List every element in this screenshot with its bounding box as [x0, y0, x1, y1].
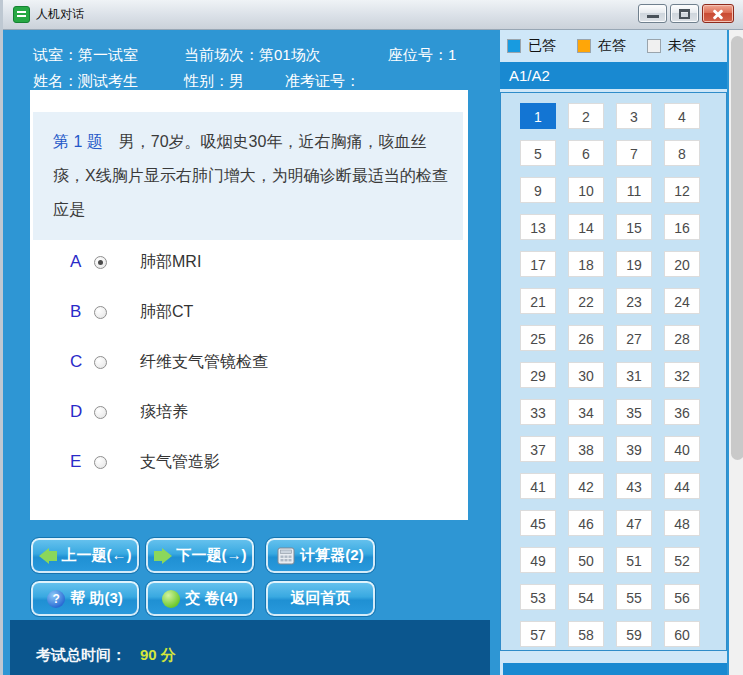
total-time-value: 90 分	[140, 646, 176, 665]
question-cell[interactable]: 56	[664, 584, 700, 610]
option-radio[interactable]	[94, 406, 107, 419]
question-cell[interactable]: 30	[568, 362, 604, 388]
option-row[interactable]: A肺部MRI	[30, 248, 468, 276]
next-question-button[interactable]: 下一题(→)	[145, 537, 255, 574]
footer-bar: 考试总时间： 90 分	[10, 620, 490, 675]
question-cell[interactable]: 8	[664, 140, 700, 166]
question-cell[interactable]: 6	[568, 140, 604, 166]
legend-label: 在答	[598, 37, 626, 55]
option-row[interactable]: C纤维支气管镜检查	[30, 348, 468, 376]
question-cell[interactable]: 12	[664, 177, 700, 203]
question-cell[interactable]: 41	[520, 473, 556, 499]
legend-item: 在答	[577, 37, 626, 55]
question-cell[interactable]: 33	[520, 399, 556, 425]
question-cell[interactable]: 25	[520, 325, 556, 351]
scrollbar-thumb[interactable]	[731, 36, 743, 460]
question-cell[interactable]: 35	[616, 399, 652, 425]
question-cell[interactable]: 37	[520, 436, 556, 462]
question-cell[interactable]: 5	[520, 140, 556, 166]
question-cell[interactable]: 32	[664, 362, 700, 388]
question-cell[interactable]: 28	[664, 325, 700, 351]
option-row[interactable]: D痰培养	[30, 398, 468, 426]
close-button[interactable]	[702, 4, 734, 23]
question-cell[interactable]: 22	[568, 288, 604, 314]
question-number-grid: 1234567891011121314151617181920212223242…	[500, 92, 727, 651]
question-cell[interactable]: 48	[664, 510, 700, 536]
option-radio[interactable]	[94, 256, 107, 269]
question-cell[interactable]: 43	[616, 473, 652, 499]
option-radio[interactable]	[94, 306, 107, 319]
question-cell[interactable]: 36	[664, 399, 700, 425]
question-cell[interactable]: 45	[520, 510, 556, 536]
question-cell[interactable]: 10	[568, 177, 604, 203]
question-cell[interactable]: 46	[568, 510, 604, 536]
question-cell[interactable]: 29	[520, 362, 556, 388]
question-cell[interactable]: 44	[664, 473, 700, 499]
sidebar-scrollbar[interactable]	[729, 30, 743, 675]
question-cell[interactable]: 42	[568, 473, 604, 499]
option-row[interactable]: E支气管造影	[30, 448, 468, 476]
question-cell[interactable]: 27	[616, 325, 652, 351]
question-cell[interactable]: 53	[520, 584, 556, 610]
option-row[interactable]: B肺部CT	[30, 298, 468, 326]
question-cell[interactable]: 38	[568, 436, 604, 462]
previous-question-button[interactable]: 上一题(←)	[30, 537, 140, 574]
question-cell[interactable]: 11	[616, 177, 652, 203]
question-cell[interactable]: 21	[520, 288, 556, 314]
question-cell[interactable]: 1	[520, 103, 556, 129]
question-cell[interactable]: 60	[664, 621, 700, 647]
calculator-button[interactable]: 计算器(2)	[265, 537, 376, 574]
next-arrow-icon	[154, 548, 172, 564]
question-cell[interactable]: 19	[616, 251, 652, 277]
minimize-button[interactable]	[638, 4, 667, 23]
question-cell[interactable]: 15	[616, 214, 652, 240]
window-title: 人机对话	[36, 6, 84, 23]
legend-item: 已答	[507, 37, 556, 55]
option-radio[interactable]	[94, 356, 107, 369]
question-cell[interactable]: 4	[664, 103, 700, 129]
help-button[interactable]: ? 帮 助(3)	[30, 580, 140, 617]
question-cell[interactable]: 18	[568, 251, 604, 277]
title-bar[interactable]: 人机对话	[0, 0, 743, 30]
question-cell[interactable]: 31	[616, 362, 652, 388]
option-letter: C	[70, 352, 94, 372]
question-cell[interactable]: 17	[520, 251, 556, 277]
option-letter: D	[70, 402, 94, 422]
session-label: 当前场次：第01场次	[184, 46, 321, 65]
maximize-button[interactable]	[670, 4, 699, 23]
question-cell[interactable]: 55	[616, 584, 652, 610]
question-cell[interactable]: 2	[568, 103, 604, 129]
question-cell[interactable]: 13	[520, 214, 556, 240]
question-cell[interactable]: 23	[616, 288, 652, 314]
question-cell[interactable]: 47	[616, 510, 652, 536]
question-cell[interactable]: 58	[568, 621, 604, 647]
question-cell[interactable]: 40	[664, 436, 700, 462]
question-number: 第 1 题	[53, 133, 103, 150]
option-radio[interactable]	[94, 456, 107, 469]
question-cell[interactable]: 49	[520, 547, 556, 573]
question-cell[interactable]: 54	[568, 584, 604, 610]
home-button[interactable]: 返回首页	[265, 580, 376, 617]
question-cell[interactable]: 20	[664, 251, 700, 277]
question-cell[interactable]: 3	[616, 103, 652, 129]
legend-label: 未答	[668, 37, 696, 55]
question-cell[interactable]: 52	[664, 547, 700, 573]
question-cell[interactable]: 24	[664, 288, 700, 314]
question-cell[interactable]: 9	[520, 177, 556, 203]
question-cell[interactable]: 16	[664, 214, 700, 240]
question-cell[interactable]: 57	[520, 621, 556, 647]
question-stem: 第 1 题男，70岁。吸烟史30年，近右胸痛，咳血丝痰，X线胸片显示右肺门增大，…	[33, 112, 463, 240]
help-icon: ?	[47, 590, 65, 608]
question-cell[interactable]: 50	[568, 547, 604, 573]
question-cell[interactable]: 7	[616, 140, 652, 166]
question-cell[interactable]: 14	[568, 214, 604, 240]
question-cell[interactable]: 26	[568, 325, 604, 351]
question-cell[interactable]: 39	[616, 436, 652, 462]
options-list: A肺部MRIB肺部CTC纤维支气管镜检查D痰培养E支气管造影	[30, 248, 468, 476]
question-cell[interactable]: 34	[568, 399, 604, 425]
question-cell[interactable]: 51	[616, 547, 652, 573]
question-cell[interactable]: 59	[616, 621, 652, 647]
legend-item: 未答	[647, 37, 696, 55]
submit-button[interactable]: 交 卷(4)	[145, 580, 255, 617]
minimize-icon	[647, 15, 659, 18]
